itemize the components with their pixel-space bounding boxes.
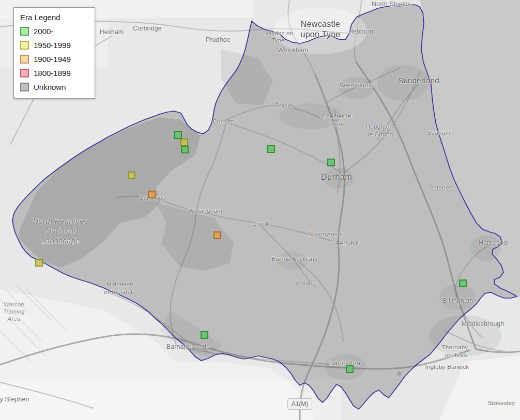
- era-marker-era1900[interactable]: [213, 231, 221, 239]
- era-marker-era2000[interactable]: [174, 131, 182, 139]
- legend-item-label: 2000-: [34, 27, 53, 36]
- legend-item-1900-1949: 1900-1949: [20, 55, 88, 64]
- legend-item-label: 1950-1999: [34, 41, 71, 50]
- legend-items: 2000-1950-19991900-19491800-1899Unknown: [20, 27, 88, 91]
- era-marker-era2000[interactable]: [346, 365, 354, 373]
- legend-item-1950-1999: 1950-1999: [20, 41, 88, 50]
- era-marker-era1950[interactable]: [180, 138, 188, 146]
- road-shield-label: A1(M): [292, 400, 309, 408]
- road-shield-a1m: A1(M): [287, 398, 312, 410]
- era-marker-era2000[interactable]: [459, 279, 467, 287]
- legend-swatch-icon: [20, 27, 29, 36]
- era-legend: Era Legend 2000-1950-19991900-19491800-1…: [13, 7, 95, 99]
- legend-swatch-icon: [20, 83, 29, 91]
- era-marker-era2000[interactable]: [181, 146, 189, 153]
- legend-item-2000: 2000-: [20, 27, 88, 36]
- legend-item-label: Unknown: [34, 83, 66, 91]
- legend-swatch-icon: [20, 55, 29, 64]
- legend-swatch-icon: [20, 41, 29, 50]
- era-marker-era2000[interactable]: [201, 331, 208, 339]
- map[interactable]: North ShieldsNewcastleupon TyneHexhamCor…: [0, 0, 520, 420]
- era-marker-era1950[interactable]: [35, 259, 43, 267]
- era-marker-era1950[interactable]: [128, 172, 135, 179]
- era-marker-era2000[interactable]: [267, 145, 275, 153]
- era-marker-era1900[interactable]: [148, 191, 156, 198]
- legend-item-label: 1900-1949: [34, 55, 71, 64]
- legend-item-unknown: Unknown: [20, 83, 88, 91]
- era-marker-era2000[interactable]: [327, 159, 335, 166]
- legend-item-1800-1899: 1800-1899: [20, 69, 88, 77]
- legend-title: Era Legend: [20, 13, 88, 22]
- legend-item-label: 1800-1899: [34, 69, 71, 77]
- legend-swatch-icon: [20, 69, 29, 77]
